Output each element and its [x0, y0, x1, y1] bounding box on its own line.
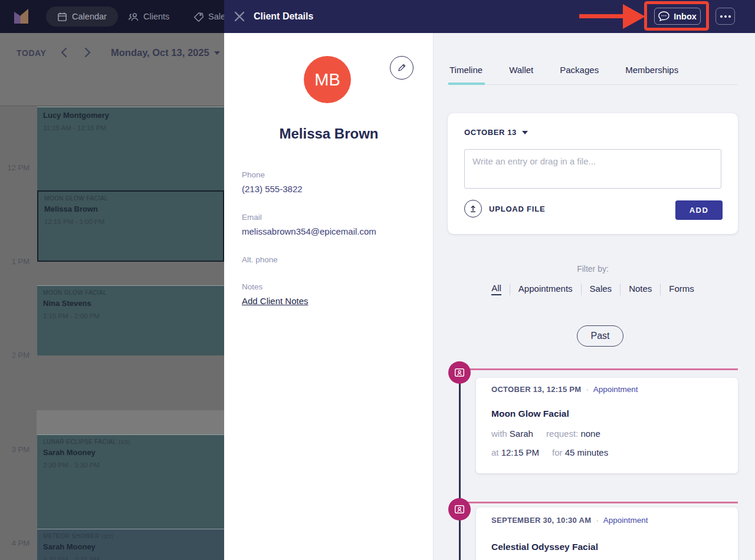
calendar-grid: 12 PM 1 PM 2 PM 3 PM 4 PM Lucy Montgomer… — [0, 107, 224, 560]
timeline-card[interactable]: OCTOBER 13, 12:15 PM · Appointment Moon … — [476, 378, 738, 473]
timeline-type: Appointment — [603, 516, 648, 525]
filter-sales[interactable]: Sales — [590, 284, 612, 295]
email-value: melissabrown354@epicemail.com — [242, 226, 376, 236]
appointment-part-badge: (2/2) — [102, 533, 113, 539]
timeline-entry-topline — [459, 502, 738, 503]
time-label: 4 PM — [0, 539, 29, 548]
nav-tab-calendar[interactable]: Calendar — [46, 6, 118, 27]
app-screen: Calendar Clients Sales Client Details — [0, 0, 755, 560]
timeline-type: Appointment — [593, 385, 638, 394]
chevron-down-icon — [522, 131, 528, 134]
appointment-client: Nina Stevens — [43, 299, 218, 308]
app-logo-icon — [13, 8, 29, 25]
entry-date-label: OCTOBER 13 — [464, 128, 517, 137]
appointment-time: 12:15 PM - 1:00 PM — [44, 218, 217, 225]
prev-day-icon[interactable] — [59, 47, 70, 58]
timeline-title: Moon Glow Facial — [491, 409, 569, 419]
past-button[interactable]: Past — [577, 325, 623, 347]
appointment-block[interactable]: Lucy Montgomery 11:15 AM - 12:15 PM — [37, 107, 224, 190]
edit-client-button[interactable] — [390, 56, 413, 80]
chat-bubble-icon — [658, 11, 669, 21]
entry-date-dropdown[interactable]: OCTOBER 13 — [464, 128, 528, 137]
time-label: 3 PM — [0, 445, 29, 454]
time-label: 1 PM — [0, 257, 29, 266]
timeline-card[interactable]: SEPTEMBER 30, 10:30 AM · Appointment Cel… — [476, 508, 738, 560]
appointment-service: METEOR SHOWER(2/2) — [43, 533, 218, 539]
today-button[interactable]: TODAY — [17, 48, 46, 58]
timeline-detail-row: at 12:15 PM for 45 minutes — [491, 447, 608, 457]
appointment-time: 2:30 PM - 3:30 PM — [43, 462, 218, 469]
timeline-connector-line — [459, 373, 461, 560]
pencil-icon — [396, 62, 407, 73]
client-name: Melissa Brown — [224, 126, 434, 142]
phone-label: Phone — [242, 170, 265, 179]
client-avatar: MB — [304, 56, 351, 103]
date-label: Monday, Oct 13, 2025 — [111, 47, 209, 58]
filter-appointments[interactable]: Appointments — [518, 284, 573, 295]
dot-icon — [728, 15, 731, 18]
notes-label: Notes — [242, 282, 262, 291]
appointment-block[interactable]: MOON GLOW FACIAL Nina Stevens 1:15 PM - … — [37, 285, 224, 355]
email-label: Email — [242, 213, 262, 222]
main-nav: Calendar Clients Sales — [0, 0, 224, 33]
client-details-panel: MB Melissa Brown Phone (213) 555-3822 Em… — [224, 33, 434, 560]
nav-tab-label: Clients — [143, 12, 169, 21]
appointment-time: 11:15 AM - 12:15 PM — [43, 124, 218, 131]
chevron-down-icon — [214, 51, 220, 55]
date-picker[interactable]: Monday, Oct 13, 2025 — [111, 47, 220, 58]
appointment-block[interactable]: LUNAR ECLIPSE FACIAL(1/2) Sarah Mooney 2… — [37, 434, 224, 529]
inbox-button[interactable]: Inbox — [654, 8, 701, 25]
appointment-time: 1:15 PM - 2:00 PM — [43, 312, 218, 319]
appointment-service: MOON GLOW FACIAL — [43, 289, 218, 296]
clients-icon — [128, 12, 139, 22]
next-day-icon[interactable] — [82, 47, 93, 58]
inbox-label: Inbox — [674, 12, 697, 21]
sales-tag-icon — [193, 12, 203, 22]
divider — [581, 284, 582, 295]
filter-options: All Appointments Sales Notes Forms — [434, 283, 752, 295]
nav-tab-label: Sales — [208, 12, 224, 21]
detail-tabs: Timeline Wallet Packages Memberships — [447, 65, 738, 85]
upload-file-button[interactable]: UPLOAD FILE — [464, 200, 545, 218]
nav-tab-clients[interactable]: Clients — [128, 6, 169, 27]
upload-label: UPLOAD FILE — [489, 205, 545, 213]
timeline-meta: OCTOBER 13, 12:15 PM · Appointment — [491, 385, 638, 394]
nav-tab-sales[interactable]: Sales — [193, 6, 224, 27]
appointment-service: LUNAR ECLIPSE FACIAL(1/2) — [43, 439, 218, 445]
top-nav: Calendar Clients Sales Client Details — [0, 0, 755, 33]
filter-by-label: Filter by: — [434, 264, 752, 274]
tab-packages[interactable]: Packages — [560, 65, 599, 75]
calendar-toolbar: TODAY Monday, Oct 13, 2025 — [0, 33, 224, 106]
more-options-button[interactable] — [715, 8, 735, 25]
timeline-date: SEPTEMBER 30, 10:30 AM — [491, 516, 591, 525]
appointment-part-badge: (1/2) — [119, 439, 130, 445]
close-icon[interactable] — [234, 11, 245, 22]
tab-wallet[interactable]: Wallet — [509, 65, 533, 75]
calendar-icon — [57, 12, 67, 22]
tab-memberships[interactable]: Memberships — [625, 65, 678, 75]
divider — [620, 284, 621, 295]
tab-timeline[interactable]: Timeline — [449, 65, 482, 75]
appointment-client: Sarah Mooney — [43, 448, 218, 457]
filter-all[interactable]: All — [491, 283, 501, 295]
appointment-block[interactable]: METEOR SHOWER(2/2) Sarah Mooney 3:30 PM … — [37, 529, 224, 560]
nav-tab-label: Calendar — [72, 12, 107, 21]
alt-phone-label: Alt. phone — [242, 255, 278, 264]
add-client-notes-link[interactable]: Add Client Notes — [242, 296, 308, 306]
filter-notes[interactable]: Notes — [629, 284, 652, 295]
timeline-meta: SEPTEMBER 30, 10:30 AM · Appointment — [491, 516, 648, 525]
divider — [660, 284, 661, 295]
timeline-entry-topline — [459, 368, 738, 370]
appointment-service: MOON GLOW FACIAL — [44, 195, 217, 202]
appointment-time: 3:30 PM - 4:15 PM — [43, 556, 218, 560]
time-label: 12 PM — [0, 163, 29, 172]
phone-value: (213) 555-3822 — [242, 184, 303, 194]
schedule-gap-band — [37, 410, 224, 434]
appointment-client: Lucy Montgomery — [43, 111, 218, 120]
filter-forms[interactable]: Forms — [669, 284, 694, 295]
entry-input[interactable] — [464, 149, 721, 189]
dot-icon — [724, 15, 727, 18]
appointment-block-selected[interactable]: MOON GLOW FACIAL Melissa Brown 12:15 PM … — [37, 190, 224, 262]
calendar-panel: TODAY Monday, Oct 13, 2025 12 PM 1 PM 2 … — [0, 33, 224, 560]
add-entry-button[interactable]: ADD — [675, 200, 723, 220]
